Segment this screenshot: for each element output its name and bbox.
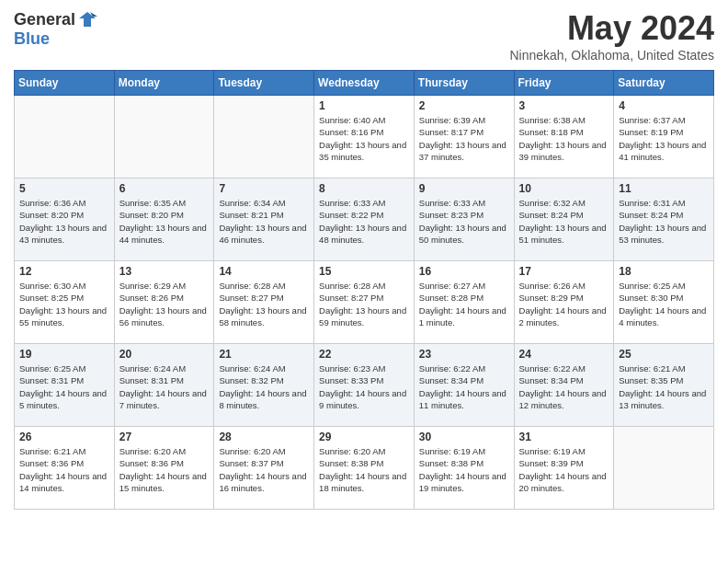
cell-3-1: 20Sunrise: 6:24 AM Sunset: 8:31 PM Dayli… [114,344,214,427]
cell-1-6: 11Sunrise: 6:31 AM Sunset: 8:24 PM Dayli… [614,178,714,261]
cell-2-3: 15Sunrise: 6:28 AM Sunset: 8:27 PM Dayli… [314,261,415,344]
cell-0-5: 3Sunrise: 6:38 AM Sunset: 8:18 PM Daylig… [514,96,614,178]
calendar-table: Sunday Monday Tuesday Wednesday Thursday… [14,70,714,510]
location-subtitle: Ninnekah, Oklahoma, United States [509,48,714,63]
day-info: Sunrise: 6:27 AM Sunset: 8:28 PM Dayligh… [419,280,509,328]
cell-0-4: 2Sunrise: 6:39 AM Sunset: 8:17 PM Daylig… [414,96,514,178]
cell-2-2: 14Sunrise: 6:28 AM Sunset: 8:27 PM Dayli… [214,261,314,344]
logo-bird-icon [77,9,97,29]
cell-2-1: 13Sunrise: 6:29 AM Sunset: 8:26 PM Dayli… [114,261,214,344]
day-number: 24 [519,348,609,361]
day-info: Sunrise: 6:36 AM Sunset: 8:20 PM Dayligh… [19,197,109,246]
day-number: 4 [619,99,709,112]
day-info: Sunrise: 6:33 AM Sunset: 8:22 PM Dayligh… [319,197,409,246]
week-row-1: 1Sunrise: 6:40 AM Sunset: 8:16 PM Daylig… [15,96,714,178]
cell-2-6: 18Sunrise: 6:25 AM Sunset: 8:30 PM Dayli… [614,261,714,344]
cell-3-2: 21Sunrise: 6:24 AM Sunset: 8:32 PM Dayli… [214,344,314,427]
col-friday: Friday [514,71,614,96]
day-number: 14 [219,265,309,278]
day-number: 29 [319,431,409,443]
day-info: Sunrise: 6:21 AM Sunset: 8:35 PM Dayligh… [619,362,709,411]
day-info: Sunrise: 6:19 AM Sunset: 8:39 PM Dayligh… [519,445,609,494]
cell-1-1: 6Sunrise: 6:35 AM Sunset: 8:20 PM Daylig… [114,178,214,261]
cell-1-5: 10Sunrise: 6:32 AM Sunset: 8:24 PM Dayli… [514,178,614,261]
cell-0-1 [114,96,214,178]
day-number: 31 [519,431,609,443]
day-info: Sunrise: 6:24 AM Sunset: 8:32 PM Dayligh… [219,362,309,411]
day-number: 19 [19,348,109,361]
day-number: 15 [319,265,409,278]
day-number: 25 [619,348,709,361]
day-info: Sunrise: 6:25 AM Sunset: 8:30 PM Dayligh… [619,280,709,328]
col-wednesday: Wednesday [314,71,415,96]
day-info: Sunrise: 6:30 AM Sunset: 8:25 PM Dayligh… [19,280,109,328]
cell-2-4: 16Sunrise: 6:27 AM Sunset: 8:28 PM Dayli… [414,261,514,344]
header: General Blue May 2024 Ninnekah, Oklahoma… [14,9,714,63]
day-number: 9 [419,182,509,195]
col-saturday: Saturday [614,71,714,96]
day-info: Sunrise: 6:20 AM Sunset: 8:36 PM Dayligh… [119,445,210,494]
day-info: Sunrise: 6:38 AM Sunset: 8:18 PM Dayligh… [519,114,609,163]
day-info: Sunrise: 6:33 AM Sunset: 8:23 PM Dayligh… [419,197,509,246]
day-number: 10 [519,182,609,195]
cell-4-3: 29Sunrise: 6:20 AM Sunset: 8:38 PM Dayli… [314,427,415,510]
cell-2-0: 12Sunrise: 6:30 AM Sunset: 8:25 PM Dayli… [15,261,115,344]
cell-0-2 [214,96,314,178]
col-sunday: Sunday [15,71,115,96]
logo: General Blue [14,9,97,49]
day-info: Sunrise: 6:25 AM Sunset: 8:31 PM Dayligh… [19,362,109,411]
cell-0-3: 1Sunrise: 6:40 AM Sunset: 8:16 PM Daylig… [314,96,415,178]
day-info: Sunrise: 6:20 AM Sunset: 8:37 PM Dayligh… [219,445,309,494]
day-number: 27 [119,431,210,443]
header-row: Sunday Monday Tuesday Wednesday Thursday… [15,71,714,96]
day-number: 28 [219,431,309,443]
cell-4-1: 27Sunrise: 6:20 AM Sunset: 8:36 PM Dayli… [114,427,214,510]
day-number: 8 [319,182,409,195]
day-number: 30 [419,431,509,443]
day-number: 7 [219,182,309,195]
cell-0-0 [15,96,115,178]
day-info: Sunrise: 6:22 AM Sunset: 8:34 PM Dayligh… [519,362,609,411]
cell-0-6: 4Sunrise: 6:37 AM Sunset: 8:19 PM Daylig… [614,96,714,178]
day-number: 21 [219,348,309,361]
month-title: May 2024 [509,9,714,48]
day-info: Sunrise: 6:28 AM Sunset: 8:27 PM Dayligh… [219,280,309,328]
title-area: May 2024 Ninnekah, Oklahoma, United Stat… [509,9,714,63]
day-number: 5 [19,182,109,195]
cell-1-3: 8Sunrise: 6:33 AM Sunset: 8:22 PM Daylig… [314,178,415,261]
day-info: Sunrise: 6:22 AM Sunset: 8:34 PM Dayligh… [419,362,509,411]
day-info: Sunrise: 6:39 AM Sunset: 8:17 PM Dayligh… [419,114,509,163]
logo-blue-text: Blue [14,29,50,48]
day-info: Sunrise: 6:28 AM Sunset: 8:27 PM Dayligh… [319,280,409,328]
day-number: 18 [619,265,709,278]
day-info: Sunrise: 6:40 AM Sunset: 8:16 PM Dayligh… [319,114,409,163]
day-number: 6 [119,182,210,195]
day-number: 26 [19,431,109,443]
day-info: Sunrise: 6:37 AM Sunset: 8:19 PM Dayligh… [619,114,709,163]
cell-4-0: 26Sunrise: 6:21 AM Sunset: 8:36 PM Dayli… [15,427,115,510]
week-row-4: 19Sunrise: 6:25 AM Sunset: 8:31 PM Dayli… [15,344,714,427]
day-info: Sunrise: 6:19 AM Sunset: 8:38 PM Dayligh… [419,445,509,494]
day-info: Sunrise: 6:32 AM Sunset: 8:24 PM Dayligh… [519,197,609,246]
week-row-3: 12Sunrise: 6:30 AM Sunset: 8:25 PM Dayli… [15,261,714,344]
day-info: Sunrise: 6:35 AM Sunset: 8:20 PM Dayligh… [119,197,210,246]
cell-1-0: 5Sunrise: 6:36 AM Sunset: 8:20 PM Daylig… [15,178,115,261]
week-row-5: 26Sunrise: 6:21 AM Sunset: 8:36 PM Dayli… [15,427,714,510]
logo-general-text: General [14,10,75,29]
col-thursday: Thursday [414,71,514,96]
day-number: 12 [19,265,109,278]
day-number: 3 [519,99,609,112]
day-number: 2 [419,99,509,112]
day-info: Sunrise: 6:29 AM Sunset: 8:26 PM Dayligh… [119,280,210,328]
cell-1-4: 9Sunrise: 6:33 AM Sunset: 8:23 PM Daylig… [414,178,514,261]
week-row-2: 5Sunrise: 6:36 AM Sunset: 8:20 PM Daylig… [15,178,714,261]
cell-3-5: 24Sunrise: 6:22 AM Sunset: 8:34 PM Dayli… [514,344,614,427]
day-number: 20 [119,348,210,361]
cell-4-5: 31Sunrise: 6:19 AM Sunset: 8:39 PM Dayli… [514,427,614,510]
day-info: Sunrise: 6:34 AM Sunset: 8:21 PM Dayligh… [219,197,309,246]
day-number: 22 [319,348,409,361]
cell-4-2: 28Sunrise: 6:20 AM Sunset: 8:37 PM Dayli… [214,427,314,510]
day-info: Sunrise: 6:21 AM Sunset: 8:36 PM Dayligh… [19,445,109,494]
cell-4-4: 30Sunrise: 6:19 AM Sunset: 8:38 PM Dayli… [414,427,514,510]
day-number: 23 [419,348,509,361]
